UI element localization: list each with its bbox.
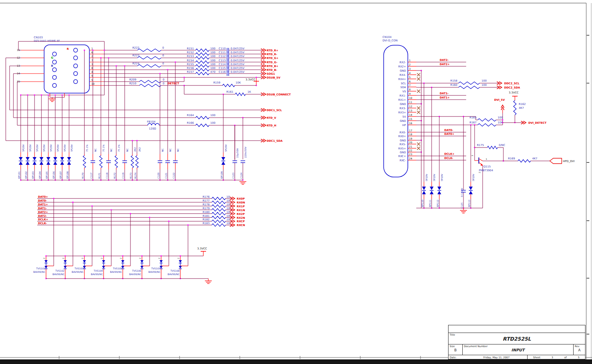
value: 5P20V xyxy=(425,174,428,181)
refdes: TVS108 xyxy=(170,269,180,272)
refdes: C115 xyxy=(219,67,226,70)
pin-number: 2 xyxy=(81,258,84,259)
value: 5P20V xyxy=(22,144,25,152)
value: NC xyxy=(169,148,171,152)
cap-gap xyxy=(226,73,229,74)
refdes: EP109 xyxy=(220,171,223,179)
value: 470 xyxy=(210,71,215,74)
pin-number: 4 xyxy=(409,72,411,75)
net-label: DCLK- xyxy=(444,157,453,160)
power-label: 3.3VCC xyxy=(197,247,207,250)
document-cell: Document Number INPUT xyxy=(463,344,573,355)
junction-dot xyxy=(84,255,85,257)
refdes: TVS104 xyxy=(93,269,103,272)
pin-number: 14 xyxy=(409,113,412,116)
vga-pin-hole xyxy=(53,68,56,72)
value: 100 xyxy=(210,55,215,58)
title-block-title-row: Title RTD2525L xyxy=(449,333,585,344)
rev-value: A xyxy=(574,348,585,352)
resistor xyxy=(115,156,118,168)
value: 100 xyxy=(210,51,215,54)
resistor xyxy=(83,156,86,168)
rgb-letter: R xyxy=(67,48,69,51)
tvs-diode-icon xyxy=(67,157,71,161)
vga-pin-hole xyxy=(74,56,78,60)
value: 0 xyxy=(162,46,164,49)
junction-dot xyxy=(136,140,138,141)
value: BAV99/NC xyxy=(33,271,45,273)
net-label: RX1N xyxy=(237,209,245,212)
rgb-letter: G xyxy=(51,56,53,59)
resistor xyxy=(196,116,209,119)
value: 2K2 xyxy=(134,147,136,152)
dual-diode-icon xyxy=(102,266,105,269)
cn103-part: DZ11AA1-H5W6-4F xyxy=(34,39,60,43)
junction-dot xyxy=(104,49,105,51)
cap-gap xyxy=(226,69,229,71)
value: 5P20V xyxy=(36,144,38,152)
junction-dot xyxy=(64,255,66,257)
pin-number: 9 xyxy=(409,92,411,95)
value: 0.047/25V xyxy=(231,63,244,66)
net-label: DCLK- xyxy=(38,222,47,225)
transistor-icon xyxy=(479,159,483,161)
dual-diode-icon xyxy=(83,260,86,263)
net-label: DVI_DETECT xyxy=(528,121,547,125)
net-label: DAT1+ xyxy=(440,96,450,99)
refdes: R159 xyxy=(213,81,220,84)
net-label: DAT2+ xyxy=(38,211,48,214)
resistor xyxy=(212,197,226,200)
junction-dot xyxy=(27,94,28,96)
resistor xyxy=(514,100,516,115)
resistor xyxy=(212,212,226,215)
resistor xyxy=(212,205,226,207)
refdes: EP107 xyxy=(59,171,62,179)
tvs-diode-icon xyxy=(53,157,57,161)
pin-number: 18 xyxy=(409,133,412,136)
nc-x-icon xyxy=(417,147,420,150)
junction-dot xyxy=(54,94,56,96)
value: 1K xyxy=(247,90,251,93)
refdes: R174 xyxy=(134,172,137,179)
sheet-label: Sheet xyxy=(533,356,541,359)
of-label: of xyxy=(564,356,567,359)
pin-name: RX0+ xyxy=(398,135,406,138)
sheet-total: 5 xyxy=(578,356,579,359)
pin-number: 2 xyxy=(177,258,180,259)
refdes: R151 xyxy=(187,47,194,50)
value: 4K7 xyxy=(532,157,538,160)
value: 4K7 xyxy=(519,107,524,110)
value: 10 xyxy=(226,199,230,202)
junction-dot xyxy=(124,65,125,67)
value: 10 xyxy=(226,195,230,198)
refdes: R172 xyxy=(113,172,116,179)
resistor xyxy=(100,156,102,168)
resistor xyxy=(137,65,161,67)
vga-pin-hole xyxy=(53,84,56,87)
rgb-letter: B xyxy=(51,64,53,67)
refdes: R181 xyxy=(203,215,209,218)
value: 10 xyxy=(226,218,230,221)
net-label: SOG1 xyxy=(267,72,275,75)
refdes: EP112 xyxy=(436,200,439,207)
value: 100 xyxy=(210,67,215,70)
dual-diode-icon xyxy=(121,260,124,263)
refdes: TVS103 xyxy=(74,267,84,270)
refdes: C120 xyxy=(157,172,160,179)
value: PMBT3904 xyxy=(479,169,493,172)
tvs-diode-icon xyxy=(33,161,36,165)
value: 33p/50V xyxy=(236,148,239,158)
value: 0.047/25V xyxy=(231,67,244,70)
junction-dot xyxy=(84,49,85,51)
pin-number: 19 xyxy=(409,137,412,140)
value: 10 xyxy=(226,215,230,218)
refdes: R166 xyxy=(187,121,194,125)
refdes: C123 xyxy=(232,172,234,179)
dual-diode-icon xyxy=(140,266,143,269)
tvs-diode-icon xyxy=(46,157,50,161)
value: BAV99/NC xyxy=(168,273,180,275)
pin-name: RX3+ xyxy=(398,111,406,114)
net-label: DSUB_CONNECT xyxy=(267,93,291,96)
refdes: C110 xyxy=(219,47,226,50)
tvs-diode-icon xyxy=(53,161,57,165)
